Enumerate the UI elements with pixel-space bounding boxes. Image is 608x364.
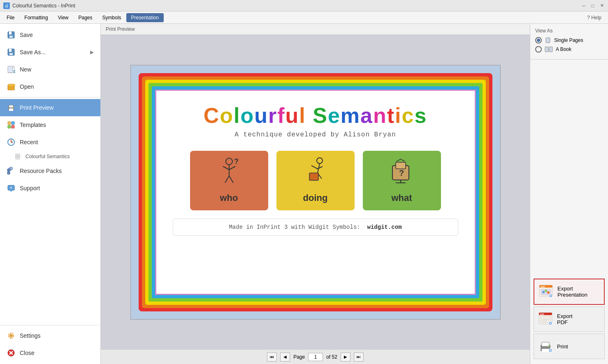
sidebar-item-save-as[interactable]: Save As... ▶ [0, 44, 100, 61]
maximize-button[interactable]: □ [590, 3, 596, 9]
print-label: Print [557, 343, 568, 350]
minimize-button[interactable]: ─ [581, 3, 587, 9]
svg-rect-3 [9, 36, 13, 38]
svg-text:ODP: ODP [541, 286, 545, 288]
what-label: what [391, 193, 412, 203]
view-as-section: View As Single Pages A Book [530, 24, 608, 60]
menu-file[interactable]: File [2, 13, 19, 22]
next-page-button[interactable]: ▶ [341, 352, 350, 362]
sidebar-item-resource-packs[interactable]: Resource Packs [0, 162, 100, 180]
first-page-button[interactable]: ⏮ [267, 352, 277, 362]
recent-label: Recent [20, 139, 38, 145]
save-label: Save [20, 32, 33, 38]
svg-rect-68 [545, 47, 548, 52]
svg-rect-7 [9, 53, 13, 55]
help-button[interactable]: ? Help [582, 13, 606, 22]
app-icon: 🖨 [3, 2, 10, 9]
sidebar-item-open[interactable]: Open [0, 78, 100, 95]
title-char-o2: o [240, 104, 254, 127]
sidebar-item-recent[interactable]: Recent [0, 134, 100, 151]
last-page-button[interactable]: ⏭ [354, 352, 364, 362]
divider-1 [0, 97, 100, 97]
menu-formatting[interactable]: Formatting [19, 13, 53, 22]
doing-icon [301, 157, 330, 189]
export-presentation-icon: ODP [538, 284, 553, 299]
title-char-f: f [277, 104, 285, 127]
page-number-input[interactable] [308, 353, 323, 361]
svg-rect-8 [8, 66, 13, 73]
svg-point-76 [547, 291, 550, 294]
close-window-button[interactable]: ✕ [599, 3, 605, 9]
sidebar-item-settings[interactable]: Settings [0, 327, 100, 344]
card-doing: doing [276, 151, 355, 210]
svg-point-93 [548, 346, 550, 347]
app-title: Colourful Semantics - InPrint [12, 3, 75, 9]
menu-pages[interactable]: Pages [74, 13, 97, 22]
settings-label: Settings [20, 332, 41, 339]
settings-icon [7, 331, 16, 340]
templates-icon [7, 120, 16, 129]
svg-rect-18 [12, 122, 14, 124]
svg-line-52 [225, 176, 229, 183]
title-char-u: u [254, 104, 268, 127]
svg-text:PDF: PDF [540, 313, 544, 316]
doing-label: doing [303, 193, 328, 203]
svg-marker-33 [9, 190, 13, 192]
total-pages: of 52 [326, 354, 337, 360]
single-pages-radio[interactable] [535, 37, 542, 44]
svg-line-50 [223, 166, 229, 170]
sidebar-item-new[interactable]: New [0, 61, 100, 78]
print-button[interactable]: Print [534, 334, 605, 359]
who-icon: ? [217, 157, 241, 189]
svg-rect-67 [546, 38, 550, 43]
svg-rect-92 [542, 349, 549, 352]
svg-rect-17 [8, 122, 11, 124]
svg-text:?: ? [399, 168, 404, 177]
svg-point-48 [226, 158, 232, 165]
menu-presentation[interactable]: Presentation [126, 13, 164, 22]
menu-symbols[interactable]: Symbols [97, 13, 126, 22]
export-presentation-button[interactable]: ODP Export Presentation [534, 279, 605, 305]
svg-point-74 [542, 291, 545, 293]
sidebar-item-save[interactable]: Save [0, 26, 100, 44]
svg-text:?: ? [234, 157, 239, 166]
view-as-title: View As [535, 28, 603, 34]
sidebar-item-support[interactable]: ? Support [0, 180, 100, 197]
recent-file-icon [15, 153, 21, 160]
book-radio[interactable] [535, 46, 542, 53]
svg-line-57 [311, 166, 318, 169]
prev-page-button[interactable]: ◀ [280, 352, 290, 362]
content-header: Print Preview [101, 24, 530, 35]
save-as-icon [7, 48, 16, 57]
preview-area: Colourful Semantics A technique develope… [101, 35, 530, 349]
sidebar-item-templates[interactable]: Templates [0, 116, 100, 134]
book-icon [544, 46, 553, 52]
title-char-s: s [414, 104, 427, 127]
save-as-label: Save As... [20, 49, 46, 55]
export-pdf-button[interactable]: PDF Export PDF [534, 306, 605, 332]
title-char-c: c [402, 104, 415, 127]
footer-text: Made in InPrint 3 with Widgit Symbols: [229, 224, 360, 230]
book-option[interactable]: A Book [535, 46, 603, 53]
sidebar-item-print-preview[interactable]: Print Preview [0, 99, 100, 116]
card-what: ? what [363, 151, 441, 210]
title-char-l: l [234, 104, 240, 127]
title-char-a: a [360, 104, 373, 127]
svg-rect-15 [9, 108, 13, 111]
title-bar: 🖨 Colourful Semantics - InPrint ─ □ ✕ [0, 0, 608, 12]
print-icon [538, 339, 553, 354]
slide-title: Colourful Semantics [204, 103, 427, 128]
svg-point-55 [317, 158, 323, 164]
svg-rect-31 [7, 172, 10, 174]
title-char-r: r [268, 104, 277, 127]
single-pages-option[interactable]: Single Pages [535, 37, 603, 44]
title-char-l2: l [299, 104, 306, 127]
footer-url: widgit.com [367, 224, 402, 230]
slide-subtitle: A technique developed by Alison Bryan [234, 131, 396, 138]
sidebar-item-recent-file[interactable]: Colourful Semantics [0, 151, 100, 162]
resource-packs-icon [7, 166, 16, 175]
svg-rect-19 [8, 125, 11, 128]
menu-view[interactable]: View [53, 13, 74, 22]
right-panel-spacer [530, 60, 608, 275]
sidebar-item-close[interactable]: Close [0, 344, 100, 362]
